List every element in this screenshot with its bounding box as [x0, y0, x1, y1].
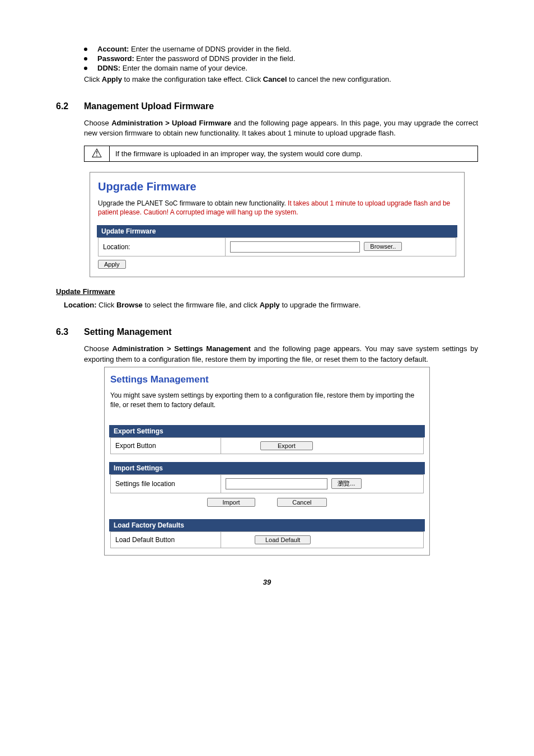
text: Click: [97, 301, 116, 309]
warning-text: If the firmware is uploaded in an improp…: [110, 146, 477, 161]
load-default-cell: Load Default: [221, 532, 424, 548]
text: to cancel the new configuration.: [287, 75, 391, 83]
update-firmware-table: Location: Browser..: [98, 237, 456, 256]
settings-management-panel: Settings Management You might save syste…: [104, 367, 430, 556]
section-6-2-para: Choose Administration > Upload Firmware …: [84, 118, 478, 138]
text: Click: [84, 75, 102, 83]
bullet-text: Enter the password of DDNS provider in t…: [134, 54, 296, 63]
location-label: Location:: [99, 238, 226, 256]
text-bold: Cancel: [263, 75, 287, 83]
bullet-icon: [84, 48, 87, 51]
apply-line: Click Apply to make the configuration ta…: [84, 74, 478, 85]
bullet-label: Password:: [97, 54, 134, 63]
load-default-label: Load Default Button: [111, 532, 221, 548]
page-number: 39: [56, 578, 478, 586]
text-bold: Location:: [64, 301, 97, 309]
load-default-table: Load Default Button Load Default: [110, 531, 424, 548]
load-default-button[interactable]: Load Default: [255, 535, 311, 544]
warning-box: ⚠ If the firmware is uploaded in an impr…: [84, 146, 478, 162]
apply-button[interactable]: Apply: [98, 260, 126, 269]
text-bold: Administration > Upload Firmware: [111, 119, 231, 127]
text-bold: Apply: [260, 301, 280, 309]
section-heading-6-3: 6.3Setting Management: [56, 327, 478, 337]
bullet-item: DDNS: Enter the domain name of your devi…: [84, 64, 478, 72]
text: to select the firmware file, and click: [143, 301, 260, 309]
text-bold: Apply: [102, 75, 122, 83]
import-settings-bar: Import Settings: [109, 462, 425, 474]
import-button[interactable]: Import: [207, 498, 255, 507]
bullet-item: Password: Enter the password of DDNS pro…: [84, 54, 478, 63]
text-bold: Browse: [116, 301, 143, 309]
update-firmware-desc: Location: Click Browse to select the fir…: [64, 300, 478, 310]
panel-note: Upgrade the PLANET SoC firmware to obtai…: [98, 199, 456, 218]
import-table: Settings file location 瀏覽...: [110, 474, 424, 493]
browse-button[interactable]: Browser..: [364, 242, 402, 251]
bullet-list: Account: Enter the username of DDNS prov…: [84, 45, 478, 72]
section-title: Management Upload Firmware: [84, 101, 214, 111]
text-bold: Administration > Settings Management: [113, 344, 251, 353]
file-path-input[interactable]: [230, 241, 360, 253]
table-row: Location: Browser..: [99, 238, 456, 256]
location-cell: Browser..: [226, 238, 456, 256]
upgrade-firmware-panel: Upgrade Firmware Upgrade the PLANET SoC …: [90, 172, 465, 278]
import-label: Settings file location: [111, 475, 221, 493]
warning-icon: ⚠: [85, 146, 110, 161]
note-text: Upgrade the PLANET SoC firmware to obtai…: [98, 199, 288, 207]
panel-note: You might save system settings by export…: [110, 391, 424, 410]
update-firmware-subhead: Update Firmware: [56, 287, 478, 296]
text: to upgrade the firmware.: [280, 301, 361, 309]
table-row: Load Default Button Load Default: [111, 532, 424, 548]
load-factory-bar: Load Factory Defaults: [109, 519, 425, 531]
import-cell: 瀏覽...: [221, 475, 424, 493]
section-heading-6-2: 6.2Management Upload Firmware: [56, 101, 478, 111]
section-title: Setting Management: [84, 327, 171, 337]
bullet-text: Enter the username of DDNS provider in t…: [129, 45, 291, 53]
update-firmware-bar: Update Firmware: [97, 225, 457, 237]
bullet-icon: [84, 57, 87, 60]
bullet-label: Account:: [97, 45, 129, 53]
bullet-label: DDNS:: [97, 64, 120, 72]
settings-file-input[interactable]: [226, 478, 327, 489]
section-6-3-para: Choose Administration > Settings Managem…: [84, 344, 478, 364]
text: to make the configuration take effect. C…: [122, 75, 263, 83]
panel-title: Upgrade Firmware: [98, 180, 456, 193]
import-buttons-row: Import Cancel: [110, 493, 424, 511]
text: Choose: [84, 119, 111, 127]
section-number: 6.2: [56, 101, 84, 111]
table-row: Settings file location 瀏覽...: [111, 475, 424, 493]
bullet-item: Account: Enter the username of DDNS prov…: [84, 45, 478, 53]
section-number: 6.3: [56, 327, 84, 337]
export-button[interactable]: Export: [260, 441, 313, 450]
browse-button[interactable]: 瀏覽...: [331, 478, 361, 489]
export-label: Export Button: [111, 438, 221, 454]
panel-title: Settings Management: [110, 374, 424, 385]
export-settings-bar: Export Settings: [109, 425, 425, 437]
bullet-text: Enter the domain name of your device.: [120, 64, 247, 72]
cancel-button[interactable]: Cancel: [277, 498, 326, 507]
table-row: Export Button Export: [111, 438, 424, 454]
text: Choose: [84, 344, 113, 353]
export-cell: Export: [221, 438, 424, 454]
export-table: Export Button Export: [110, 437, 424, 454]
bullet-icon: [84, 67, 87, 70]
